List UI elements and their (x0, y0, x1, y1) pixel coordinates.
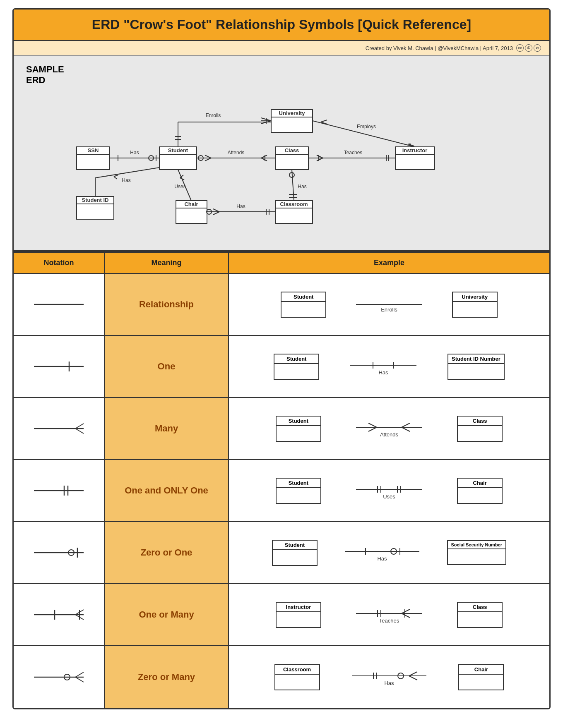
ex7-classroom: Classroom (274, 664, 320, 690)
svg-text:Attends: Attends (380, 431, 399, 438)
conn5: Has (345, 542, 419, 563)
conn3: Attends (356, 418, 422, 439)
svg-text:SSN: SSN (87, 147, 99, 153)
svg-text:Has: Has (298, 184, 306, 189)
row-relationship: Relationship Student Enrolls Univers (14, 274, 549, 336)
svg-text:Has: Has (378, 556, 387, 562)
svg-text:Student: Student (168, 147, 188, 153)
svg-line-96 (402, 423, 410, 427)
cc-icon: cc (516, 44, 524, 52)
svg-line-56 (261, 158, 267, 161)
svg-text:Enrolls: Enrolls (205, 113, 221, 118)
ex4-student: Student (276, 478, 321, 504)
notation-svg-many (30, 416, 88, 441)
header-meaning: Meaning (105, 253, 229, 273)
ex5-student: Student (272, 540, 318, 566)
svg-line-69 (292, 170, 294, 201)
example-one-many: Instructor Teaches Class (229, 584, 549, 645)
ex7-chair: Chair (458, 664, 504, 690)
table-header: Notation Meaning Example (14, 253, 549, 274)
row-one-many: One or Many Instructor (14, 584, 549, 646)
meaning-zero-one: Zero or One (105, 522, 229, 583)
notation-svg-plain (30, 292, 88, 317)
entity-instructor: Instructor (395, 147, 435, 170)
row-zero-many: Zero or Many Classroom (14, 646, 549, 708)
ex2-id: Student ID Number (448, 354, 505, 380)
svg-line-94 (368, 423, 377, 427)
ex-university: University (452, 292, 498, 318)
svg-line-130 (75, 672, 84, 677)
example-zero-one: Student Has Social Security Number (229, 522, 549, 583)
svg-text:Employs: Employs (357, 124, 376, 129)
svg-line-60 (317, 155, 323, 158)
svg-text:Chair: Chair (184, 201, 198, 207)
svg-line-137 (409, 676, 417, 680)
notation-svg-one (30, 354, 88, 379)
notation-zero-one (14, 522, 105, 583)
ex5-ssn: Social Security Number (447, 540, 507, 565)
svg-line-124 (402, 609, 410, 613)
svg-text:Teaches: Teaches (379, 618, 399, 624)
svg-line-131 (75, 677, 84, 682)
svg-line-53 (205, 158, 211, 161)
notation-one-only (14, 460, 105, 521)
header-notation: Notation (14, 253, 105, 273)
svg-line-48 (114, 175, 118, 177)
meaning-one-many: One or Many (105, 584, 229, 645)
entity-chair: Chair (176, 201, 207, 223)
svg-text:Has: Has (379, 369, 389, 376)
main-container: ERD "Crow's Foot" Relationship Symbols [… (12, 8, 551, 709)
entity-classroom: Classroom (275, 201, 313, 223)
notation-zero-many (14, 646, 105, 708)
entity-ssn: SSN (77, 147, 110, 170)
conn6: Teaches (356, 604, 422, 625)
svg-line-95 (368, 427, 377, 431)
subtitle-bar: Created by Vivek M. Chawla | @VivekMChaw… (14, 41, 549, 56)
svg-line-92 (75, 429, 84, 433)
svg-text:University: University (279, 110, 305, 116)
svg-line-91 (75, 424, 84, 429)
notation-one-many (14, 584, 105, 645)
svg-line-36 (321, 120, 327, 122)
svg-text:Attends: Attends (227, 150, 244, 156)
ex3-class: Class (457, 416, 503, 442)
connector-svg: Enrolls (356, 294, 422, 315)
row-one-only: One and ONLY One Student Uses (14, 460, 549, 522)
ex4-chair: Chair (457, 478, 503, 504)
svg-line-61 (317, 158, 323, 161)
cc-icons: cc ① ⊘ (516, 44, 541, 52)
svg-line-49 (114, 177, 117, 179)
meaning-many: Many (105, 398, 229, 459)
entity-university: University (271, 110, 313, 132)
example-one-only: Student Uses Chair (229, 460, 549, 521)
notation-svg-zero-many (30, 665, 88, 690)
row-one: One Student Has Student ID Number (14, 336, 549, 398)
nc-icon: ⊘ (534, 44, 541, 52)
svg-text:Uses: Uses (383, 493, 395, 500)
svg-line-55 (261, 155, 267, 158)
notation-one (14, 336, 105, 397)
entity-student: Student (159, 147, 197, 170)
example-zero-many: Classroom Has Chair (229, 646, 549, 708)
entity-class: Class (275, 147, 308, 170)
ex6-class: Class (457, 602, 503, 628)
erd-section: SAMPLEERD SSN (14, 56, 549, 251)
notation-relationship (14, 274, 105, 335)
ex-student: Student (281, 292, 326, 318)
meaning-one-only: One and ONLY One (105, 460, 229, 521)
erd-label: SAMPLEERD (26, 64, 64, 234)
erd-canvas: SSN Student ID Student (72, 64, 528, 238)
example-relationship: Student Enrolls University (229, 274, 549, 335)
svg-line-77 (213, 212, 219, 215)
row-many: Many Student Attends (14, 398, 549, 460)
svg-line-136 (409, 672, 417, 676)
conn7: Has (352, 667, 426, 687)
svg-text:Instructor: Instructor (402, 147, 427, 153)
svg-text:Has: Has (384, 680, 394, 686)
meaning-one: One (105, 336, 229, 397)
reference-table: Notation Meaning Example Relationship St… (14, 251, 549, 708)
notation-svg-one-many (30, 602, 88, 627)
svg-line-97 (402, 427, 410, 431)
meaning-relationship: Relationship (105, 274, 229, 335)
svg-text:Uses: Uses (174, 184, 185, 189)
